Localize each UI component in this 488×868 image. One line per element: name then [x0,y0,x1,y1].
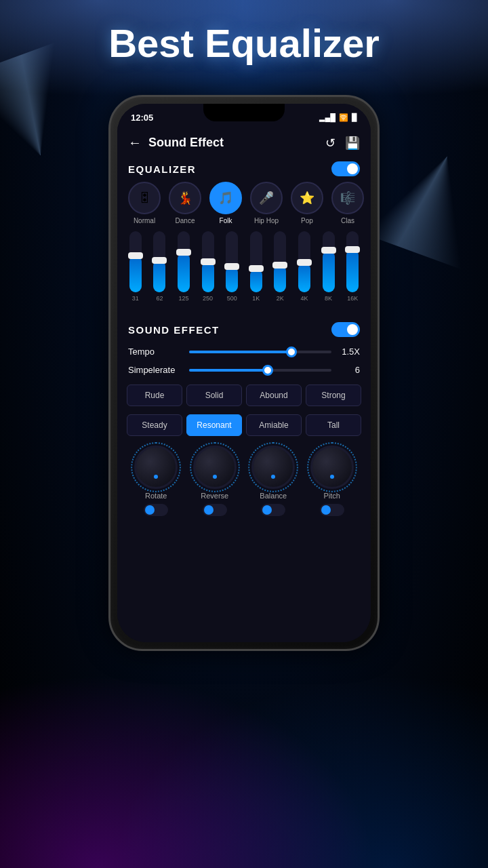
eq-band-2K[interactable]: 2K [274,231,286,313]
eq-freq-label-62: 62 [156,295,163,302]
knob-col-reverse: Reverse [193,446,237,500]
knob-dot-pitch [330,475,334,479]
genre-icon-hiphop: 🎤 [250,182,283,214]
slider-thumb[interactable] [286,347,297,357]
effect-btn-rude[interactable]: Rude [127,384,182,406]
battery-icon: ▉ [352,113,357,122]
eq-band-8K[interactable]: 8K [323,231,335,313]
effect-btn-amiable[interactable]: Amiable [246,414,302,436]
genre-icon-normal: 🎛 [128,182,161,214]
eq-freq-label-16K: 16K [347,295,358,302]
eq-band-250[interactable]: 250 [202,231,214,313]
effect-btn-abound[interactable]: Abound [246,384,302,406]
genre-label-normal: Normal [134,217,155,224]
genre-btn-classic[interactable]: 🎼 Clas [330,182,365,224]
eq-freq-label-125: 125 [178,295,188,302]
genre-label-folk: Folk [220,217,232,224]
knobs-row: Rotate Reverse Balance Pitch [117,439,371,502]
mini-toggle-balance[interactable] [261,504,285,516]
genre-row: 🎛 Normal 💃 Dance 🎵 Folk 🎤 Hip Hop ⭐ Pop … [117,182,371,231]
slider-fill [189,369,268,372]
eq-freq-label-1K: 1K [252,295,260,302]
genre-btn-pop[interactable]: ⭐ Pop [289,182,325,224]
genre-label-classic: Clas [341,217,354,224]
top-bar: ← Sound Effect ↺ 💾 [117,128,371,157]
effect-btn-steady[interactable]: Steady [127,414,182,436]
sound-effect-header: SOUND EFFECT [117,318,371,342]
knob-label-balance: Balance [260,492,287,500]
status-time: 12:05 [131,113,153,123]
mini-toggle-reverse[interactable] [203,504,227,516]
slider-value-simpelerate: 6 [338,365,360,375]
eq-freq-label-31: 31 [132,295,139,302]
knob-label-rotate: Rotate [145,492,167,500]
slider-label-simpelerate: Simpelerate [128,365,182,375]
slider-label-tempo: Tempo [128,347,182,357]
knob-col-rotate: Rotate [134,446,178,500]
knob-pitch[interactable] [310,446,354,489]
top-bar-title: Sound Effect [148,136,319,150]
equalizer-title: EQUALIZER [128,163,196,175]
sound-effect-title: SOUND EFFECT [128,324,220,336]
knob-col-pitch: Pitch [310,446,354,500]
genre-btn-dance[interactable]: 💃 Dance [167,182,203,224]
eq-freq-label-250: 250 [203,295,213,302]
phone-notch [203,104,285,121]
mini-toggles-row [117,502,371,521]
genre-label-dance: Dance [176,217,195,224]
knob-rotate[interactable] [134,446,178,489]
eq-freq-label-500: 500 [227,295,237,302]
slider-track-tempo[interactable] [189,351,331,353]
genre-btn-hiphop[interactable]: 🎤 Hip Hop [249,182,284,224]
genre-btn-folk[interactable]: 🎵 Folk [208,182,243,224]
knob-dot-balance [271,475,275,479]
eq-band-62[interactable]: 62 [153,231,165,313]
slider-tempo: Tempo 1.5X [117,342,371,361]
knob-reverse[interactable] [193,446,237,489]
top-bar-icons: ↺ 💾 [325,136,360,151]
page-title: Best Equalizer [0,20,488,66]
effect-btn-solid[interactable]: Solid [186,384,242,406]
back-button[interactable]: ← [128,135,142,151]
eq-band-500[interactable]: 500 [226,231,238,313]
eq-band-4K[interactable]: 4K [298,231,310,313]
knob-dot-rotate [154,475,158,479]
knob-col-balance: Balance [251,446,295,500]
sound-effect-toggle[interactable] [331,322,360,337]
eq-bars: 31621252505001K2K4K8K16K [117,231,371,313]
effect-btn-tall[interactable]: Tall [306,414,361,436]
slider-fill [189,351,291,353]
genre-icon-dance: 💃 [169,182,201,214]
genre-icon-pop: ⭐ [291,182,323,214]
mini-toggle-pitch[interactable] [320,504,344,516]
eq-band-16K[interactable]: 16K [346,231,359,313]
genre-icon-folk: 🎵 [209,182,242,214]
eq-band-1K[interactable]: 1K [250,231,262,313]
eq-freq-label-2K: 2K [277,295,284,302]
equalizer-header: EQUALIZER [117,157,371,182]
genre-label-hiphop: Hip Hop [254,217,279,224]
slider-simpelerate: Simpelerate 6 [117,361,371,379]
slider-value-tempo: 1.5X [338,347,360,357]
mini-toggle-rotate[interactable] [144,504,168,516]
genre-btn-normal[interactable]: 🎛 Normal [127,182,162,224]
effect-btn-row1: RudeSolidAboundStrong [117,379,371,409]
slider-track-simpelerate[interactable] [189,369,331,372]
refresh-icon[interactable]: ↺ [325,136,336,151]
effect-btn-resonant[interactable]: Resonant [186,414,242,436]
mini-toggle-inner-pitch [321,505,331,515]
sliders-container: Tempo 1.5X Simpelerate 6 [117,342,371,379]
save-icon[interactable]: 💾 [345,136,360,151]
genre-icon-classic: 🎼 [331,182,364,214]
eq-band-125[interactable]: 125 [178,231,190,313]
wifi-icon: 🛜 [339,113,348,122]
phone-frame: 12:05 ▂▄█ 🛜 ▉ ← Sound Effect ↺ 💾 EQUALIZ… [108,95,380,651]
knob-balance[interactable] [251,446,295,489]
eq-freq-label-4K: 4K [300,295,308,302]
signal-icon: ▂▄█ [319,113,336,122]
equalizer-toggle[interactable] [331,161,360,176]
eq-band-31[interactable]: 31 [129,231,142,313]
effect-btn-strong[interactable]: Strong [306,384,361,406]
slider-thumb[interactable] [262,365,273,376]
app-content: ← Sound Effect ↺ 💾 EQUALIZER 🎛 Normal 💃 … [117,128,371,642]
